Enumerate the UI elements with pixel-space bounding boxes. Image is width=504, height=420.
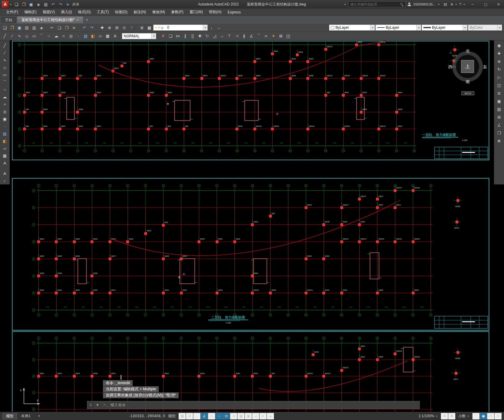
layer-previous-icon[interactable]: ← [215, 24, 222, 31]
undo-tool-icon[interactable]: ↶ [81, 24, 88, 31]
account-label[interactable]: 1505999135... [413, 2, 436, 6]
compass-west[interactable]: 西 [448, 64, 452, 70]
layers-palette-icon[interactable]: ≣ [496, 90, 503, 97]
help-menu-label[interactable]: ? [459, 2, 461, 6]
menu-dimension[interactable]: 标注(N) [131, 9, 149, 16]
pan-realtime-icon[interactable]: ✚ [99, 24, 106, 31]
save-drawing-icon[interactable]: ▣ [16, 24, 23, 31]
compass-home-icon[interactable]: ⌂ [449, 50, 452, 55]
isolate-objects-icon[interactable]: ◌ [472, 413, 479, 419]
app-store-cart-icon[interactable]: ⊟ [442, 1, 449, 8]
hatch-icon[interactable]: ▨ [82, 32, 89, 40]
menu-insert[interactable]: 插入(I) [58, 9, 75, 16]
chamfer-icon[interactable]: ∠ [248, 32, 255, 40]
help-search-box[interactable] [348, 1, 406, 7]
search-input[interactable] [350, 2, 399, 6]
menu-tools[interactable]: 工具(T) [94, 9, 112, 16]
command-input[interactable]: >_ 键入命令 [101, 403, 419, 408]
pan-tool-icon[interactable]: ✚ [496, 50, 503, 57]
plotstyle-combo-arrow-icon[interactable]: ▾ [497, 25, 502, 30]
ortho-mode-icon[interactable]: ∟ [193, 413, 200, 419]
zoom-window-icon[interactable]: ⊞ [113, 24, 120, 31]
ellipse-icon[interactable]: ◎ [67, 32, 74, 40]
redo-tool-icon[interactable]: ↷ [88, 24, 95, 31]
revision-cloud-tool-icon[interactable]: ☁ [1, 93, 8, 100]
break-icon[interactable]: ∦ [241, 32, 248, 40]
polyline-icon[interactable]: ∿ [16, 32, 23, 40]
color-combo[interactable]: ByLayer ▾ [329, 25, 375, 31]
revision-cloud-icon[interactable]: ☁ [53, 32, 60, 40]
model-tab[interactable]: 模型 [2, 413, 17, 419]
make-object-layer-current-icon[interactable]: ↓ [208, 24, 215, 31]
open-icon[interactable]: ❐ [20, 1, 27, 8]
zoom-previous-icon[interactable]: ⊙ [121, 24, 128, 31]
menu-file[interactable]: 文件(F) [3, 9, 21, 16]
annotation-visibility-icon[interactable]: ▲ [267, 413, 274, 419]
region-tool-icon[interactable]: ▱ [1, 145, 8, 152]
fillet-icon[interactable]: ⌒ [255, 32, 262, 40]
menu-format[interactable]: 格式(O) [75, 9, 94, 16]
move-icon[interactable]: ✚ [196, 32, 203, 40]
menu-view[interactable]: 视图(V) [40, 9, 58, 16]
line-tool-icon[interactable]: ╱ [1, 42, 8, 49]
group-icon[interactable]: ⊞ [277, 32, 284, 40]
ellipse-tool-icon[interactable]: ◎ [1, 108, 8, 115]
plot-drawing-icon[interactable]: ▤ [23, 24, 30, 31]
array-icon[interactable]: ⣿ [189, 32, 196, 40]
copy-clip-icon[interactable]: ❑ [56, 24, 63, 31]
wcs-badge[interactable]: WCS [461, 91, 474, 95]
search-icon[interactable] [400, 3, 404, 6]
measure-tool-icon[interactable]: ∠ [496, 122, 503, 129]
tab-start[interactable]: 开始 [1, 17, 17, 23]
transparency-icon[interactable]: ▩ [237, 413, 244, 419]
command-drag-handle-icon[interactable]: ⠿ [87, 401, 94, 409]
stretch-icon[interactable]: ↔ [218, 32, 225, 40]
dynamic-input-icon[interactable]: ⊳ [260, 413, 267, 419]
zoom-extents-icon[interactable]: ⊕ [496, 58, 503, 65]
compass-north[interactable]: 北 [466, 48, 470, 54]
table-tool-icon[interactable]: ▦ [1, 152, 8, 159]
model-space-toggle[interactable]: 模型 [166, 414, 178, 419]
settings-palette-icon[interactable]: ✻ [496, 138, 503, 145]
spline-tool-icon[interactable]: ≈ [1, 101, 8, 108]
annotation-scale-caret-icon[interactable]: ▾ [436, 415, 437, 418]
clean-screen-icon[interactable]: ⊡ [487, 413, 494, 419]
new-drawing-icon[interactable]: ❏ [1, 24, 8, 31]
autodesk-app-caret-icon[interactable]: ▾ [456, 3, 457, 6]
compass-east[interactable]: 东 [483, 64, 487, 70]
menu-express[interactable]: Express [225, 9, 244, 16]
erase-icon[interactable]: ✗ [160, 32, 167, 40]
gradient-icon[interactable]: ◧ [89, 32, 97, 40]
search-scope-caret-icon[interactable]: ▾ [344, 3, 346, 6]
app-menu-caret-icon[interactable]: ▾ [10, 3, 11, 6]
selection-cycling-icon[interactable]: ▣ [245, 413, 252, 419]
text-style-icon[interactable]: A [1, 170, 8, 177]
explode-icon[interactable]: ✶ [270, 32, 277, 40]
model-space-canvas[interactable]: 1234567891011121314151617181920212223GFE… [0, 40, 504, 412]
redo-icon[interactable]: ↷ [57, 1, 64, 8]
properties-palette-icon[interactable]: ◫ [496, 82, 503, 89]
layer-combo[interactable]: ●☀◍■ 0 ▾ [153, 25, 208, 31]
autodesk-app-label[interactable]: A [451, 2, 453, 6]
scale-icon[interactable]: ◿ [211, 32, 218, 40]
menu-window[interactable]: 窗口(W) [187, 9, 206, 16]
graphics-performance-icon[interactable]: ◉ [480, 413, 487, 419]
construction-line-icon[interactable]: ∕ [9, 32, 16, 40]
paste-special-icon[interactable]: ❒ [496, 130, 503, 137]
extend-icon[interactable]: ⊣ [233, 32, 240, 40]
rectangle-tool-icon[interactable]: ▭ [1, 71, 8, 78]
point-icon[interactable]: ∙ [75, 32, 82, 40]
line-icon[interactable]: ╱ [1, 32, 8, 40]
tab-close-icon[interactable]: × [77, 18, 79, 22]
multileader-style-arrow-icon[interactable]: ▾ [151, 33, 156, 39]
tab-current-drawing[interactable]: 某框剪商业中心工程结构设计图* × [17, 17, 83, 23]
lineweight-combo-arrow-icon[interactable]: ▾ [463, 25, 467, 30]
plot-preview-icon[interactable]: ▥ [31, 24, 38, 31]
plot-icon[interactable]: ▤ [42, 1, 49, 8]
layer-states-icon[interactable]: ▩ [146, 24, 153, 31]
layer-combo-arrow-icon[interactable]: ▾ [203, 25, 207, 30]
orbit-icon[interactable]: ↻ [496, 66, 503, 73]
plotstyle-combo[interactable]: ByColor ▾ [468, 25, 502, 31]
polygon-icon[interactable]: ◇ [23, 32, 30, 40]
polygon-tool-icon[interactable]: ◇ [1, 64, 8, 71]
